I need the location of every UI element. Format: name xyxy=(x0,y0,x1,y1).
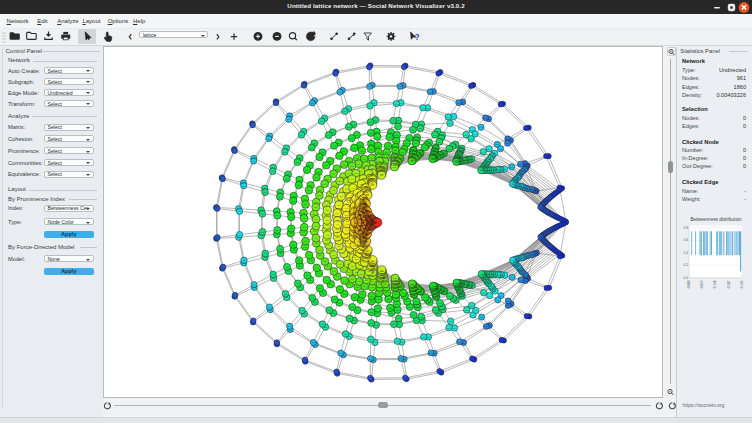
svg-text:0.8: 0.8 xyxy=(683,226,688,230)
svg-text:0.0: 0.0 xyxy=(683,276,688,280)
svg-text:0.6: 0.6 xyxy=(683,238,688,242)
svg-text:0.4: 0.4 xyxy=(683,251,688,255)
svg-text:0.2: 0.2 xyxy=(683,263,688,267)
svg-text:0.138: 0.138 xyxy=(714,280,718,288)
svg-text:0.069: 0.069 xyxy=(700,280,704,288)
svg-text:0.242: 0.242 xyxy=(740,280,744,288)
svg-text:0.207: 0.207 xyxy=(727,280,731,288)
svg-text:?: ? xyxy=(415,32,420,42)
svg-text:0.000: 0.000 xyxy=(687,280,691,288)
